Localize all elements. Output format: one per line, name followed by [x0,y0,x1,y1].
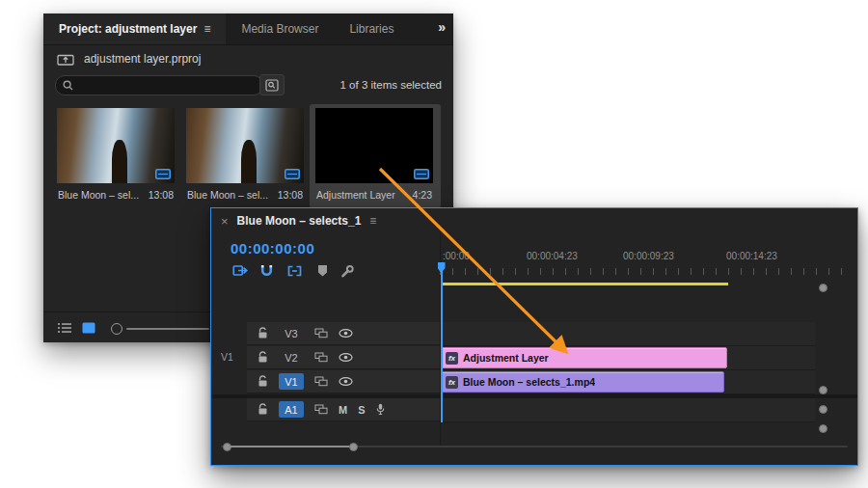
tab-project[interactable]: Project: adjustment layer ≡ [43,14,226,44]
playhead-line [441,266,443,422]
sequence-title: Blue Moon – selects_1 [237,214,362,228]
track-visibility-eye-icon[interactable] [339,377,353,386]
zoom-slider-track[interactable] [126,328,209,330]
playhead-timecode[interactable]: 00:00:00:00 [231,240,314,257]
selection-status: 1 of 3 items selected [340,79,442,91]
track-content-a1[interactable] [441,398,815,422]
project-item-3-selected[interactable]: Adjustment Layer 4:23 [312,106,437,206]
search-box[interactable] [55,75,263,95]
icon-view-icon[interactable] [82,322,95,334]
linked-selection-icon[interactable] [286,264,303,278]
track-visibility-eye-icon[interactable] [339,353,353,362]
item-name: Adjustment Layer [316,189,395,201]
solo-button[interactable]: S [358,404,365,416]
track-header-v2: V2 [247,346,440,369]
ruler-label: 00:00:14:23 [726,251,777,261]
close-panel-icon[interactable]: × [221,214,229,229]
clip-label: Blue Moon – selects_1.mp4 [463,376,595,388]
project-item-1[interactable]: Blue Moon – sel... 13:08 [53,106,178,206]
vertical-scrollbar-bottom-handle[interactable] [819,424,827,433]
track-name-v2[interactable]: V2 [279,349,304,366]
fx-badge[interactable]: fx [446,376,458,389]
clip-thumbnail[interactable] [57,108,175,183]
vertical-scrollbar-handle[interactable] [819,405,827,414]
tab-media-browser[interactable]: Media Browser [226,14,334,44]
clip-label: Adjustment Layer [463,352,549,364]
track-name-v3[interactable]: V3 [279,325,304,341]
track-lock-icon[interactable] [258,375,268,388]
list-view-icon[interactable] [57,322,72,334]
tab-media-browser-label: Media Browser [241,22,318,36]
mute-button[interactable]: M [339,404,347,416]
tab-libraries[interactable]: Libraries [334,14,409,44]
ruler-label: :00:00 [443,251,470,261]
track-target-a1[interactable]: A1 [279,401,304,418]
item-duration: 13:08 [149,189,174,201]
adjustment-layer-thumbnail[interactable] [315,108,433,183]
track-target-v1[interactable]: V1 [279,373,304,390]
item-name: Blue Moon – sel... [187,189,268,201]
premiere-workspace: Project: adjustment layer ≡ Media Browse… [0,0,868,488]
item-duration: 4:23 [413,189,432,201]
time-ruler[interactable] [440,268,848,275]
add-marker-icon[interactable] [317,264,328,278]
scrollbar-right-handle[interactable] [349,443,358,451]
track-header-v1: V1 [247,370,440,393]
sync-lock-icon[interactable] [314,352,328,363]
search-input[interactable] [78,77,256,94]
panel-menu-icon[interactable]: ≡ [203,22,210,36]
track-lock-icon[interactable] [258,327,268,339]
sync-lock-icon[interactable] [314,404,328,415]
ruler-label: 00:00:09:23 [623,251,674,261]
sync-lock-icon[interactable] [314,376,328,387]
source-patch-v1[interactable]: V1 [221,351,240,363]
item-name: Blue Moon – sel... [58,189,139,201]
track-lock-icon[interactable] [258,351,268,364]
clip-usage-badge-icon [155,169,171,179]
clip-usage-badge-icon [285,169,300,179]
vertical-scrollbar-top-handle[interactable] [819,284,827,292]
panel-menu-icon[interactable]: ≡ [369,214,376,228]
project-file-name: adjustment layer.prproj [84,52,201,66]
horizontal-scrollbar[interactable] [223,442,358,452]
clip-usage-badge-icon [414,169,429,179]
item-duration: 13:08 [278,189,303,201]
work-area-bar[interactable] [441,283,728,285]
search-bin-button[interactable] [259,74,285,95]
zoom-slider-knob[interactable] [111,323,122,335]
search-icon [63,80,73,91]
timeline-panel: × Blue Moon – selects_1 ≡ 00:00:00:00 [210,207,858,466]
project-panel-tabbar: Project: adjustment layer ≡ Media Browse… [43,14,453,45]
track-lock-icon[interactable] [258,403,268,416]
tab-libraries-label: Libraries [349,22,393,36]
navigate-up-bin-icon[interactable] [57,53,74,66]
vertical-scrollbar-handle[interactable] [819,386,827,394]
nest-insert-icon[interactable] [232,264,249,279]
tab-project-label: Project: adjustment layer [59,22,197,36]
project-item-2[interactable]: Blue Moon – sel... 13:08 [182,106,308,206]
voiceover-mic-icon[interactable] [376,403,385,416]
snap-magnet-icon[interactable] [259,264,274,279]
tab-overflow-icon[interactable]: » [438,19,446,35]
track-header-v3: V3 [247,322,440,345]
fx-badge[interactable]: fx [446,352,458,365]
sync-lock-icon[interactable] [314,328,328,339]
timeline-settings-wrench-icon[interactable] [340,264,355,279]
clip-thumbnail[interactable] [186,108,304,183]
ruler-label: 00:00:04:23 [527,251,578,261]
timeline-tab[interactable]: × Blue Moon – selects_1 ≡ [211,208,857,233]
track-content-v3[interactable] [441,322,815,346]
project-breadcrumb: adjustment layer.prproj [57,52,201,66]
clip-adjustment-layer[interactable]: fx Adjustment Layer [441,347,727,368]
track-header-a1: A1 M S [247,398,440,421]
clip-blue-moon-selects[interactable]: fx Blue Moon – selects_1.mp4 [441,371,724,393]
track-visibility-eye-icon[interactable] [339,329,353,338]
